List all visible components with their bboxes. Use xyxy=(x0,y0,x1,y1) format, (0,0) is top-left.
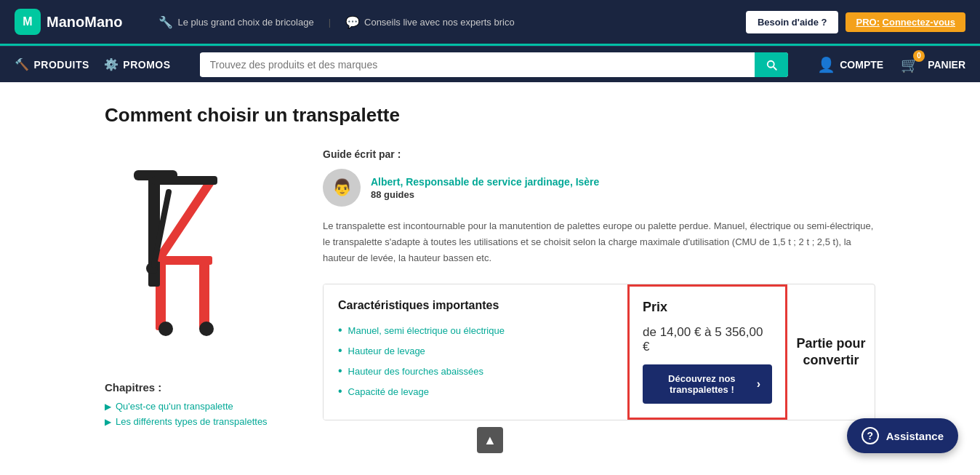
second-navigation: 🔨 PRODUITS ⚙️ PROMOS 👤 COMPTE 🛒 0 PANIER xyxy=(0,46,980,82)
feature-item-1: Manuel, semi électrique ou électrique xyxy=(338,324,613,337)
aide-button[interactable]: Besoin d'aide ? xyxy=(746,11,839,33)
feature-item-4: Capacité de levage xyxy=(338,385,613,398)
top-right-actions: Besoin d'aide ? PRO: Connectez-vous xyxy=(746,11,965,33)
search-icon xyxy=(765,58,778,71)
page-title: Comment choisir un transpalette xyxy=(105,104,875,127)
promo-links: 🔧 Le plus grand choix de bricolage | 💬 C… xyxy=(158,15,731,29)
promos-nav-item[interactable]: ⚙️ PROMOS xyxy=(104,57,171,71)
tools-icon: 🔧 xyxy=(158,15,173,29)
price-label: Prix xyxy=(643,300,772,315)
chapters-title: Chapitres : xyxy=(105,381,294,394)
feature-item-3: Hauteur des fourches abaissées xyxy=(338,364,613,378)
promos-icon: ⚙️ xyxy=(104,57,119,71)
product-image xyxy=(105,148,294,367)
promos-label: PROMOS xyxy=(123,59,170,71)
features-list: Manuel, semi électrique ou électrique Ha… xyxy=(338,324,613,398)
avatar: 👨 xyxy=(323,169,361,207)
nav-right-area: 👤 COMPTE 🛒 0 PANIER xyxy=(817,56,965,73)
produits-icon: 🔨 xyxy=(15,57,30,71)
features-title: Caractéristiques importantes xyxy=(338,299,613,312)
author-info: Albert, Responsable de service jardinage… xyxy=(371,176,599,200)
guide-intro: Le transpalette est incontournable pour … xyxy=(323,218,875,266)
help-circle-icon: ? xyxy=(861,427,879,444)
discover-button[interactable]: Découvrez nos transpalettes ! › xyxy=(643,364,772,404)
svg-rect-6 xyxy=(152,176,217,185)
author-name[interactable]: Albert, Responsable de service jardinage… xyxy=(371,176,599,188)
top-navigation: M ManoMano 🔧 Le plus grand choix de bric… xyxy=(0,0,980,44)
connectez-vous-link[interactable]: Connectez-vous xyxy=(883,17,955,28)
promo-text-1: Le plus grand choix de bricolage xyxy=(177,17,313,28)
svg-rect-1 xyxy=(199,258,209,330)
cart-badge: 0 xyxy=(913,50,925,62)
compte-nav-item[interactable]: 👤 COMPTE xyxy=(817,56,883,73)
features-left: Caractéristiques importantes Manuel, sem… xyxy=(324,284,627,420)
search-button[interactable] xyxy=(755,52,788,77)
chapter-link-2[interactable]: ▶ Les différents types de transpalettes xyxy=(105,416,294,427)
chapter-arrow-1: ▶ xyxy=(105,402,111,412)
promo-item-2: 💬 Conseils live avec nos experts brico xyxy=(345,15,515,29)
panier-nav-item[interactable]: 🛒 0 PANIER xyxy=(901,56,965,73)
account-icon: 👤 xyxy=(817,56,835,73)
chapter-text-1: Qu'est-ce qu'un transpalette xyxy=(116,401,233,412)
assistance-button[interactable]: ? Assistance xyxy=(847,418,958,453)
price-box: Prix de 14,00 € à 5 356,00 € Découvrez n… xyxy=(627,284,787,420)
panier-label: PANIER xyxy=(928,59,965,71)
assistance-label: Assistance xyxy=(886,430,944,442)
pro-label: PRO: xyxy=(856,17,880,28)
chat-icon: 💬 xyxy=(345,15,360,29)
search-input[interactable] xyxy=(200,53,755,76)
discover-btn-text: Découvrez nos transpalettes ! xyxy=(654,373,750,395)
search-bar[interactable] xyxy=(200,52,789,77)
author-guides: 88 guides xyxy=(371,189,599,200)
logo-icon: M xyxy=(15,9,41,35)
feature-item-2: Hauteur de levage xyxy=(338,344,613,357)
chapter-link-1[interactable]: ▶ Qu'est-ce qu'un transpalette xyxy=(105,401,294,412)
guide-image-column: Chapitres : ▶ Qu'est-ce qu'un transpalet… xyxy=(105,148,294,431)
guide-content-column: Guide écrit par : 👨 Albert, Responsable … xyxy=(323,148,875,420)
produits-nav-item[interactable]: 🔨 PRODUITS xyxy=(15,57,89,71)
pro-button[interactable]: PRO: Connectez-vous xyxy=(846,12,965,32)
author-label: Guide écrit par : xyxy=(323,148,875,160)
promo-text-2: Conseils live avec nos experts brico xyxy=(364,17,515,28)
svg-point-8 xyxy=(199,322,214,336)
transpalette-illustration xyxy=(112,156,286,359)
separator: | xyxy=(329,17,331,28)
chapter-arrow-2: ▶ xyxy=(105,417,111,427)
price-range: de 14,00 € à 5 356,00 € xyxy=(643,325,772,354)
logo-area[interactable]: M ManoMano xyxy=(15,9,122,35)
scroll-up-button[interactable]: ▲ xyxy=(477,427,503,453)
chapters-section: Chapitres : ▶ Qu'est-ce qu'un transpalet… xyxy=(105,381,294,427)
partie-convertir: Partie pour convertir xyxy=(787,284,875,420)
guide-layout: Chapitres : ▶ Qu'est-ce qu'un transpalet… xyxy=(105,148,875,431)
main-content: Comment choisir un transpalette xyxy=(90,82,890,453)
produits-label: PRODUITS xyxy=(34,59,89,71)
svg-point-7 xyxy=(158,322,173,336)
chapter-text-2: Les différents types de transpalettes xyxy=(116,416,268,427)
logo-text: ManoMano xyxy=(47,14,122,31)
features-box: Caractéristiques importantes Manuel, sem… xyxy=(323,284,875,420)
author-row: 👨 Albert, Responsable de service jardina… xyxy=(323,169,875,207)
compte-label: COMPTE xyxy=(840,59,883,71)
chevron-right-icon: › xyxy=(757,378,760,391)
promo-item-1: 🔧 Le plus grand choix de bricolage xyxy=(158,15,313,29)
